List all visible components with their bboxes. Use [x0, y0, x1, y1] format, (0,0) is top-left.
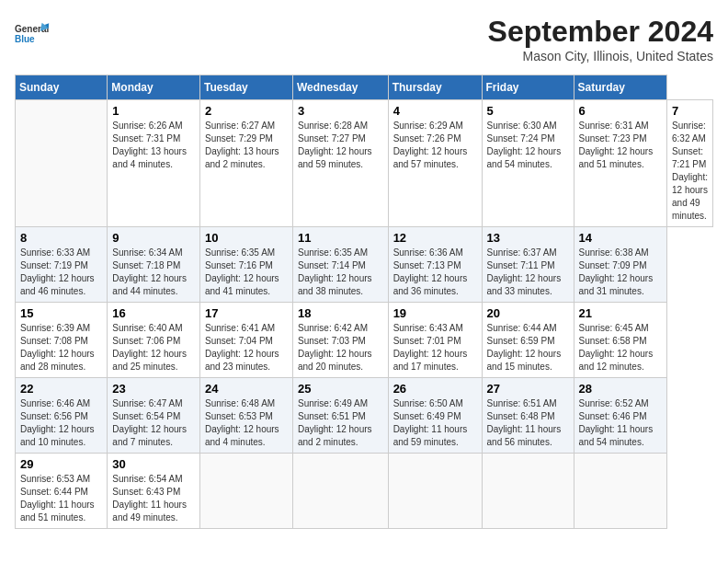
calendar-cell: 18Sunrise: 6:42 AMSunset: 7:03 PMDayligh…: [292, 303, 388, 378]
column-header-wednesday: Wednesday: [292, 75, 388, 100]
calendar-cell: [292, 454, 388, 529]
day-info: Sunrise: 6:50 AMSunset: 6:49 PMDaylight:…: [393, 397, 477, 449]
calendar-week-1: 1Sunrise: 6:26 AMSunset: 7:31 PMDaylight…: [16, 100, 713, 227]
calendar-cell: 24Sunrise: 6:48 AMSunset: 6:53 PMDayligh…: [199, 378, 292, 454]
calendar-cell: [199, 454, 292, 529]
day-number: 17: [205, 306, 288, 320]
svg-text:Blue: Blue: [15, 34, 35, 44]
day-info: Sunrise: 6:42 AMSunset: 7:03 PMDaylight:…: [298, 322, 383, 373]
calendar-cell: 2Sunrise: 6:27 AMSunset: 7:29 PMDaylight…: [199, 100, 292, 227]
day-info: Sunrise: 6:51 AMSunset: 6:48 PMDaylight:…: [487, 397, 569, 449]
calendar-cell: 7Sunrise: 6:32 AMSunset: 7:21 PMDaylight…: [667, 100, 713, 227]
day-info: Sunrise: 6:54 AMSunset: 6:43 PMDaylight:…: [112, 473, 195, 524]
day-number: 28: [579, 382, 663, 396]
day-info: Sunrise: 6:29 AMSunset: 7:26 PMDaylight:…: [393, 120, 477, 171]
day-number: 21: [579, 306, 663, 320]
day-info: Sunrise: 6:33 AMSunset: 7:19 PMDaylight:…: [20, 247, 102, 298]
day-number: 7: [672, 104, 708, 118]
day-info: Sunrise: 6:47 AMSunset: 6:54 PMDaylight:…: [112, 397, 195, 449]
calendar-cell: 30Sunrise: 6:54 AMSunset: 6:43 PMDayligh…: [108, 454, 200, 529]
day-number: 27: [487, 382, 569, 396]
day-number: 13: [487, 231, 569, 245]
calendar-cell: 4Sunrise: 6:29 AMSunset: 7:26 PMDaylight…: [388, 100, 482, 227]
calendar-cell: 15Sunrise: 6:39 AMSunset: 7:08 PMDayligh…: [16, 303, 108, 378]
day-info: Sunrise: 6:36 AMSunset: 7:13 PMDaylight:…: [393, 247, 477, 298]
day-number: 20: [487, 306, 569, 320]
day-info: Sunrise: 6:39 AMSunset: 7:08 PMDaylight:…: [20, 322, 102, 373]
day-info: Sunrise: 6:45 AMSunset: 6:58 PMDaylight:…: [579, 322, 663, 373]
day-info: Sunrise: 6:34 AMSunset: 7:18 PMDaylight:…: [112, 247, 195, 298]
day-number: 3: [298, 104, 383, 118]
column-header-thursday: Thursday: [388, 75, 482, 100]
column-header-sunday: Sunday: [16, 75, 108, 100]
calendar-table: SundayMondayTuesdayWednesdayThursdayFrid…: [15, 75, 713, 529]
calendar-cell: 1Sunrise: 6:26 AMSunset: 7:31 PMDaylight…: [108, 100, 200, 227]
day-number: 29: [20, 457, 102, 471]
calendar-cell: 3Sunrise: 6:28 AMSunset: 7:27 PMDaylight…: [292, 100, 388, 227]
day-number: 2: [205, 104, 288, 118]
day-number: 12: [393, 231, 477, 245]
day-number: 23: [112, 382, 195, 396]
day-number: 15: [20, 306, 102, 320]
day-number: 16: [112, 306, 195, 320]
day-info: Sunrise: 6:40 AMSunset: 7:06 PMDaylight:…: [112, 322, 195, 373]
calendar-cell: 21Sunrise: 6:45 AMSunset: 6:58 PMDayligh…: [574, 303, 667, 378]
day-info: Sunrise: 6:35 AMSunset: 7:16 PMDaylight:…: [205, 247, 288, 298]
column-header-tuesday: Tuesday: [199, 75, 292, 100]
calendar-week-5: 29Sunrise: 6:53 AMSunset: 6:44 PMDayligh…: [16, 454, 713, 529]
calendar-week-4: 22Sunrise: 6:46 AMSunset: 6:56 PMDayligh…: [16, 378, 713, 454]
day-number: 8: [20, 231, 102, 245]
day-number: 30: [112, 457, 195, 471]
day-number: 6: [579, 104, 663, 118]
day-info: Sunrise: 6:43 AMSunset: 7:01 PMDaylight:…: [393, 322, 477, 373]
logo: General Blue: [15, 15, 51, 52]
day-number: 5: [487, 104, 569, 118]
column-header-saturday: Saturday: [574, 75, 667, 100]
page-header: General Blue September 2024 Mason City, …: [15, 15, 713, 63]
calendar-cell: 13Sunrise: 6:37 AMSunset: 7:11 PMDayligh…: [482, 227, 574, 303]
day-info: Sunrise: 6:28 AMSunset: 7:27 PMDaylight:…: [298, 120, 383, 171]
day-number: 11: [298, 231, 383, 245]
column-header-monday: Monday: [108, 75, 200, 100]
calendar-header-row: SundayMondayTuesdayWednesdayThursdayFrid…: [16, 75, 713, 100]
day-number: 24: [205, 382, 288, 396]
day-info: Sunrise: 6:32 AMSunset: 7:21 PMDaylight:…: [672, 120, 708, 223]
calendar-cell: 22Sunrise: 6:46 AMSunset: 6:56 PMDayligh…: [16, 378, 108, 454]
calendar-cell: [388, 454, 482, 529]
day-info: Sunrise: 6:31 AMSunset: 7:23 PMDaylight:…: [579, 120, 663, 171]
day-number: 4: [393, 104, 477, 118]
calendar-cell: [574, 454, 667, 529]
calendar-cell: 16Sunrise: 6:40 AMSunset: 7:06 PMDayligh…: [108, 303, 200, 378]
calendar-cell: 28Sunrise: 6:52 AMSunset: 6:46 PMDayligh…: [574, 378, 667, 454]
title-block: September 2024 Mason City, Illinois, Uni…: [488, 15, 713, 63]
day-info: Sunrise: 6:37 AMSunset: 7:11 PMDaylight:…: [487, 247, 569, 298]
calendar-cell: 29Sunrise: 6:53 AMSunset: 6:44 PMDayligh…: [16, 454, 108, 529]
day-number: 9: [112, 231, 195, 245]
day-number: 1: [112, 104, 195, 118]
calendar-cell: 10Sunrise: 6:35 AMSunset: 7:16 PMDayligh…: [199, 227, 292, 303]
calendar-cell: 6Sunrise: 6:31 AMSunset: 7:23 PMDaylight…: [574, 100, 667, 227]
day-info: Sunrise: 6:27 AMSunset: 7:29 PMDaylight:…: [205, 120, 288, 171]
day-number: 18: [298, 306, 383, 320]
calendar-cell: 12Sunrise: 6:36 AMSunset: 7:13 PMDayligh…: [388, 227, 482, 303]
calendar-cell: 8Sunrise: 6:33 AMSunset: 7:19 PMDaylight…: [16, 227, 108, 303]
day-number: 14: [579, 231, 663, 245]
day-number: 25: [298, 382, 383, 396]
calendar-cell: 9Sunrise: 6:34 AMSunset: 7:18 PMDaylight…: [108, 227, 200, 303]
day-info: Sunrise: 6:41 AMSunset: 7:04 PMDaylight:…: [205, 322, 288, 373]
calendar-week-2: 8Sunrise: 6:33 AMSunset: 7:19 PMDaylight…: [16, 227, 713, 303]
calendar-cell: 26Sunrise: 6:50 AMSunset: 6:49 PMDayligh…: [388, 378, 482, 454]
column-header-friday: Friday: [482, 75, 574, 100]
day-number: 26: [393, 382, 477, 396]
day-info: Sunrise: 6:30 AMSunset: 7:24 PMDaylight:…: [487, 120, 569, 171]
calendar-week-3: 15Sunrise: 6:39 AMSunset: 7:08 PMDayligh…: [16, 303, 713, 378]
day-number: 19: [393, 306, 477, 320]
calendar-cell: 27Sunrise: 6:51 AMSunset: 6:48 PMDayligh…: [482, 378, 574, 454]
day-info: Sunrise: 6:35 AMSunset: 7:14 PMDaylight:…: [298, 247, 383, 298]
month-title: September 2024: [488, 15, 713, 49]
day-info: Sunrise: 6:49 AMSunset: 6:51 PMDaylight:…: [298, 397, 383, 449]
day-info: Sunrise: 6:44 AMSunset: 6:59 PMDaylight:…: [487, 322, 569, 373]
calendar-cell: 25Sunrise: 6:49 AMSunset: 6:51 PMDayligh…: [292, 378, 388, 454]
day-info: Sunrise: 6:26 AMSunset: 7:31 PMDaylight:…: [112, 120, 195, 171]
day-info: Sunrise: 6:46 AMSunset: 6:56 PMDaylight:…: [20, 397, 102, 449]
